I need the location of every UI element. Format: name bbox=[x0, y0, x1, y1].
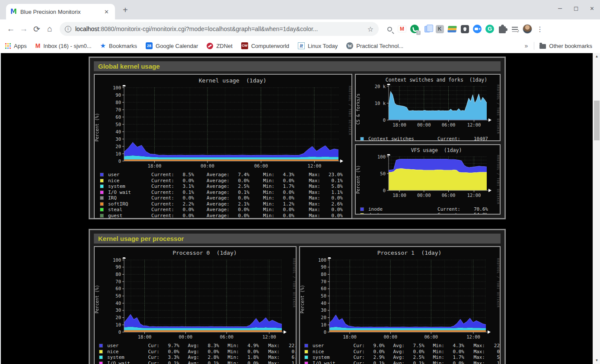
playlist-extension-icon[interactable] bbox=[510, 24, 520, 34]
zoom-extension-icon[interactable] bbox=[472, 24, 482, 34]
scrollbar-thumb[interactable] bbox=[594, 101, 600, 140]
copy-pages-extension-icon[interactable] bbox=[422, 24, 432, 34]
bookmark-computerworld[interactable]: Computerworld bbox=[241, 42, 289, 49]
legend-value: Max: bbox=[259, 355, 280, 360]
processor-1-legend: userCur:9.0%Avg:7.5%Min:4.3%Max:22.1%nic… bbox=[304, 343, 500, 364]
legend-value: 0.1% bbox=[320, 178, 343, 184]
legend-value: Current: bbox=[145, 195, 174, 201]
window-minimize-button[interactable]: – bbox=[558, 4, 562, 12]
bookmark-zdnet[interactable]: ZDNet bbox=[207, 43, 233, 49]
svg-text:30: 30 bbox=[115, 136, 121, 142]
vfs-usage-legend: inodeCurrent:70.6%dentryCurrent:54.0%fil… bbox=[360, 206, 500, 215]
legend-value: 2.5% bbox=[230, 184, 249, 189]
browser-menu-icon[interactable]: ⋮ bbox=[535, 24, 545, 34]
legend-swatch bbox=[100, 214, 104, 218]
tab-close-icon[interactable]: ✕ bbox=[102, 9, 111, 15]
browser-tab[interactable]: M Blue Precision Monitorix ✕ bbox=[6, 4, 115, 19]
legend-value: 0.0% bbox=[320, 195, 343, 201]
svg-text:80: 80 bbox=[115, 272, 121, 277]
graph-title: VFS usage (1day) bbox=[356, 145, 500, 154]
extensions-row: ⋮ bbox=[385, 24, 545, 34]
other-bookmarks-button[interactable]: Other bookmarks bbox=[539, 43, 592, 49]
back-button[interactable]: ← bbox=[4, 24, 17, 34]
profile-avatar[interactable] bbox=[523, 24, 532, 34]
legend-series-name: nice bbox=[310, 349, 346, 355]
page-content: Global kernel usage Kernel usage (1day) … bbox=[0, 53, 600, 364]
legend-value: Max: bbox=[294, 178, 320, 184]
legend-value: 1.2% bbox=[274, 201, 294, 207]
vfs-usage-graph[interactable]: VFS usage (1day) Percent (%) 05010018:00… bbox=[355, 144, 501, 215]
forward-button[interactable]: → bbox=[17, 24, 30, 34]
bookmark-linux-today[interactable]: Linux Today bbox=[298, 42, 338, 49]
legend-swatch bbox=[100, 184, 104, 188]
legend-series-name: I/O wait bbox=[105, 361, 140, 364]
legend-value: Min: bbox=[424, 349, 444, 355]
legend-series-name: system bbox=[310, 355, 346, 360]
bookmark-practical-technology[interactable]: Practical Technol... bbox=[346, 42, 403, 49]
svg-text:20: 20 bbox=[115, 144, 121, 149]
scrollbar-up-icon[interactable]: ▲ bbox=[593, 53, 600, 60]
legend-value: 2.8% bbox=[199, 355, 219, 360]
bookmarks-overflow-chevron[interactable]: » bbox=[525, 42, 528, 49]
rrdtool-credit: RRDTOOL / TOBI OETIKER bbox=[493, 154, 500, 205]
legend-value: Avg: bbox=[179, 343, 199, 348]
reload-button[interactable]: ⟳ bbox=[30, 24, 43, 34]
bookmark-apps[interactable]: Apps bbox=[5, 43, 27, 49]
legend-value: 10407 bbox=[460, 136, 488, 141]
legend-value: 9.7% bbox=[160, 343, 179, 348]
svg-text:06:00: 06:00 bbox=[442, 122, 456, 127]
bookmark-bookmarks[interactable]: ★Bookmarks bbox=[100, 42, 137, 50]
books-extension-icon[interactable] bbox=[447, 24, 457, 34]
k-extension-icon[interactable] bbox=[435, 24, 444, 34]
bookmark-star-icon[interactable]: ☆ bbox=[367, 25, 373, 33]
legend-value: 1.1% bbox=[320, 190, 343, 195]
legend-value: Average: bbox=[194, 195, 230, 201]
legend-swatch bbox=[99, 350, 103, 354]
bookmark-inbox[interactable]: Inbox (16) - sjvn0... bbox=[35, 42, 92, 49]
legend-value: 1.1% bbox=[280, 361, 297, 364]
page-info-icon[interactable] bbox=[65, 26, 71, 32]
svg-text:06:00: 06:00 bbox=[424, 334, 438, 339]
lamp-extension-icon[interactable] bbox=[460, 24, 469, 34]
legend-value: 0.0% bbox=[405, 349, 424, 355]
svg-text:0: 0 bbox=[383, 117, 386, 123]
gmail-extension-icon[interactable] bbox=[397, 24, 407, 34]
search-extension-icon[interactable] bbox=[385, 24, 394, 34]
legend-value: Average: bbox=[194, 207, 230, 212]
legend-value: 0.0% bbox=[274, 195, 294, 201]
page-scrollbar[interactable]: ▲ ▼ bbox=[593, 53, 600, 364]
bookmark-google-calendar[interactable]: Google Calendar bbox=[146, 42, 198, 49]
grammarly-extension-icon[interactable] bbox=[485, 24, 495, 34]
legend-value: 1.8% bbox=[239, 355, 259, 360]
legend-value: 8.5% bbox=[174, 172, 194, 177]
legend-value: 0.0% bbox=[320, 207, 343, 212]
context-switches-graph[interactable]: Context switches and forks (1day) CS & f… bbox=[355, 74, 501, 141]
kernel-usage-graph[interactable]: Kernel usage (1day) Percent (%) 01020304… bbox=[94, 74, 352, 219]
svg-text:06:00: 06:00 bbox=[220, 334, 233, 339]
scrollbar-down-icon[interactable]: ▼ bbox=[593, 357, 600, 364]
legend-value: 0.0% bbox=[230, 213, 249, 218]
url-text[interactable]: localhost:8080/monitorix-cgi/monitorix.c… bbox=[75, 25, 367, 32]
legend-value: Avg: bbox=[179, 349, 199, 355]
legend-value: 6.4% bbox=[280, 355, 297, 360]
window-maximize-button[interactable]: □ bbox=[574, 4, 578, 12]
legend-value: 70.6% bbox=[460, 206, 488, 212]
legend-value: Average: bbox=[194, 172, 230, 177]
legend-value: 0.0% bbox=[230, 195, 249, 201]
svg-text:90: 90 bbox=[321, 264, 326, 269]
voice-extension-icon[interactable] bbox=[410, 24, 419, 34]
home-button[interactable]: ⌂ bbox=[43, 24, 56, 34]
extensions-puzzle-icon[interactable] bbox=[498, 24, 507, 34]
svg-text:40: 40 bbox=[115, 129, 121, 134]
new-tab-button[interactable]: + bbox=[123, 5, 128, 15]
legend-value: 22.5% bbox=[280, 343, 297, 348]
window-close-button[interactable]: ✕ bbox=[590, 4, 594, 12]
address-bar[interactable]: localhost:8080/monitorix-cgi/monitorix.c… bbox=[60, 22, 379, 36]
legend-value: Max: bbox=[294, 172, 320, 177]
processor-1-graph[interactable]: Processor 1 (1day) Percent (%) 010203040… bbox=[299, 246, 501, 364]
svg-text:80: 80 bbox=[115, 100, 121, 105]
legend-value: 0.0% bbox=[230, 178, 249, 184]
legend-series-name: dentry bbox=[366, 212, 431, 215]
svg-text:60: 60 bbox=[115, 114, 121, 120]
processor-0-graph[interactable]: Processor 0 (1day) Percent (%) 010203040… bbox=[94, 246, 297, 364]
